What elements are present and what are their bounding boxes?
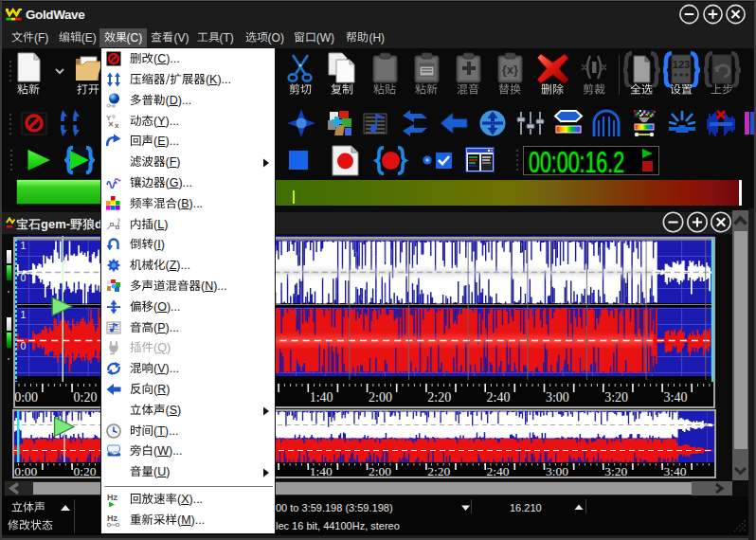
svg-text:123: 123 [673,59,690,70]
svg-text:Y: Y [106,114,112,122]
svg-text:Hz: Hz [107,513,117,523]
svg-text:Hz: Hz [107,493,117,502]
svg-text:{x}: {x} [502,63,518,77]
svg-text:x: x [115,121,119,129]
